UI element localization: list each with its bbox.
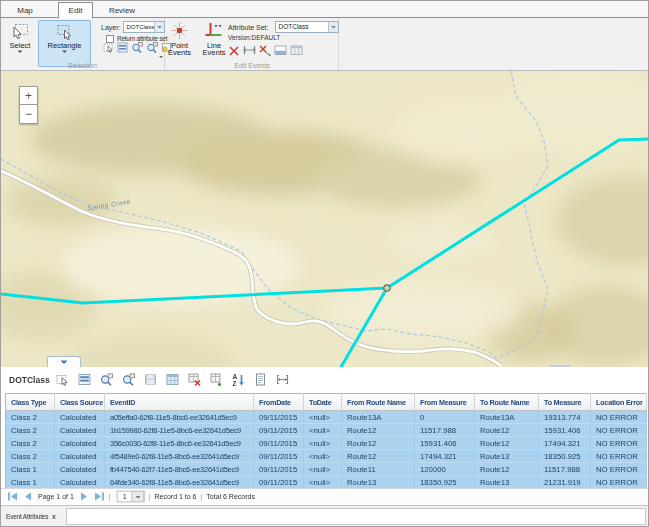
chevron-down-icon[interactable] [154,22,164,32]
report-icon[interactable] [254,373,267,386]
attribute-set-dropdown[interactable]: DOTClass [275,21,339,33]
attribute-set-value: DOTClass [279,23,309,31]
table-view-icon[interactable] [166,373,179,386]
table-row[interactable]: Class 2Calculated1b159980-62f8-11e5-8bc6… [6,424,647,437]
split-event-icon[interactable] [259,44,271,56]
tab-edit[interactable]: Edit [58,2,93,19]
event-attributes-tab[interactable]: Event Attributes [6,513,48,521]
rectangle-button-label: Rectangle [48,42,82,49]
attribute-table-icon[interactable] [290,44,303,56]
selection-list-icon[interactable] [117,42,128,53]
rectangle-select-button[interactable]: Rectangle [38,20,91,67]
total-records-label: Total 6 Records [206,493,255,501]
table-cell: Route13 [475,450,539,463]
table-cell: 11517.988 [539,463,591,476]
table-cell: Route11 [342,463,415,476]
event-table-toolbar: DOTClass [1,367,648,393]
chevron-down-icon [62,51,67,54]
table-cell: 09/11/2015 [254,476,304,489]
column-header[interactable]: To Route Name [475,394,539,411]
zoom-in-button[interactable]: + [19,86,38,105]
table-cell: <null> [304,476,342,489]
table-row[interactable]: Class 2Calculateda05effa0-62f8-11e5-8bc6… [6,411,647,424]
table-row[interactable]: Class 2Calculated356c0030-62f8-11e5-8bc6… [6,437,647,450]
bottom-tab-bar: Event Attributes x [1,505,648,526]
sort-icon[interactable]: A Z [232,373,245,386]
table-cell: 4f5489e0-62f8-11e5-8bc6-ee32641d5ec9 [105,450,254,463]
table-header-row: Class TypeClass SourceEventIDFromDateToD… [6,394,647,411]
chevron-down-icon[interactable] [133,491,145,503]
column-header[interactable]: From Measure [415,394,475,411]
table-row[interactable]: Class 2Calculated4f5489e0-62f8-11e5-8bc6… [6,450,647,463]
table-cell: a05effa0-62f8-11e5-8bc6-ee32641d5ec9 [105,411,254,424]
column-header[interactable]: Class Type [6,394,55,411]
attribute-set-label: Attribute Set: [228,23,268,31]
table-cell: 09/11/2015 [254,437,304,450]
select-button-label: Select [10,42,31,49]
measure-icon[interactable] [243,44,256,56]
table-row[interactable]: Class 1Calculated64fde340-62f8-11e5-8bc6… [6,476,647,489]
table-cell: NO ERROR [591,450,647,463]
table-cell: 17494.321 [539,437,591,450]
zoom-to-selection-icon[interactable] [131,42,143,53]
layer-label: Layer: [101,23,120,31]
pan-to-selected-icon[interactable] [122,373,135,386]
switch-table-icon[interactable] [78,373,91,386]
previous-page-button[interactable] [24,492,32,501]
ribbon-tabstrip: Map Edit Review [1,1,648,18]
table-cell: Route12 [475,424,539,437]
table-cell: <null> [304,424,342,437]
page-number-dropdown[interactable]: 1 [117,491,145,503]
column-header[interactable]: From Route Name [342,394,415,411]
page-label: Page 1 of 1 [38,493,74,501]
edit-events-group-label: Edit Events [166,61,338,69]
table-cell: Class 2 [6,411,55,424]
record-range-label: Record 1 to 6 [154,493,196,501]
table-cell: <null> [304,437,342,450]
next-page-button[interactable] [80,492,88,501]
table-row[interactable]: Class 1Calculatedfb447540-62f7-11e5-8bc6… [6,463,647,476]
chevron-down-icon[interactable] [328,22,338,32]
route-junction-marker[interactable] [384,285,390,291]
zoom-to-selected-icon[interactable] [100,373,113,386]
last-page-button[interactable] [94,492,105,501]
select-by-box-icon[interactable] [103,42,114,53]
tab-review[interactable]: Review [97,3,147,17]
select-button[interactable]: Select [4,20,36,66]
table-cell: NO ERROR [591,424,647,437]
table-cell: 15931.406 [415,437,475,450]
close-tab-icon[interactable]: x [52,512,56,520]
table-cell: 09/11/2015 [254,424,304,437]
column-header[interactable]: Location Error [591,394,647,411]
table-cell: <null> [304,450,342,463]
fit-columns-icon[interactable] [276,373,289,386]
collapse-panel-arrow[interactable] [47,356,81,367]
table-cell: Class 1 [6,463,55,476]
layer-dropdown[interactable]: DOTClass [123,21,165,33]
table-cell: 17494.321 [415,450,475,463]
column-header[interactable]: EventID [105,394,254,411]
delete-record-icon[interactable] [188,373,201,386]
attribute-window-icon[interactable] [274,44,287,56]
map-canvas[interactable]: Spring Creek + − [1,71,649,367]
save-icon[interactable] [144,373,157,386]
first-page-button[interactable] [7,492,18,501]
table-cell: Route12 [342,437,415,450]
column-header[interactable]: Class Source [55,394,105,411]
add-record-icon[interactable] [210,373,223,386]
table-cell: <null> [304,411,342,424]
point-events-icon [170,21,189,40]
delete-event-icon[interactable] [228,44,240,56]
column-header[interactable]: FromDate [254,394,304,411]
column-header[interactable]: To Measure [539,394,591,411]
table-cell: fb447540-62f7-11e5-8bc6-ee32641d5ec9 [105,463,254,476]
zoom-out-button[interactable]: − [19,105,38,124]
column-header[interactable]: ToDate [304,394,342,411]
chevron-down-icon[interactable] [159,56,163,60]
table-cell: 356c0030-62f8-11e5-8bc6-ee32641d5ec9 [105,437,254,450]
tab-map[interactable]: Map [3,3,47,17]
point-events-button[interactable]: Point Events [167,20,192,66]
pan-to-selection-icon[interactable] [146,42,158,53]
line-events-button[interactable]: Line Events [201,20,227,66]
select-features-icon[interactable] [56,373,69,386]
